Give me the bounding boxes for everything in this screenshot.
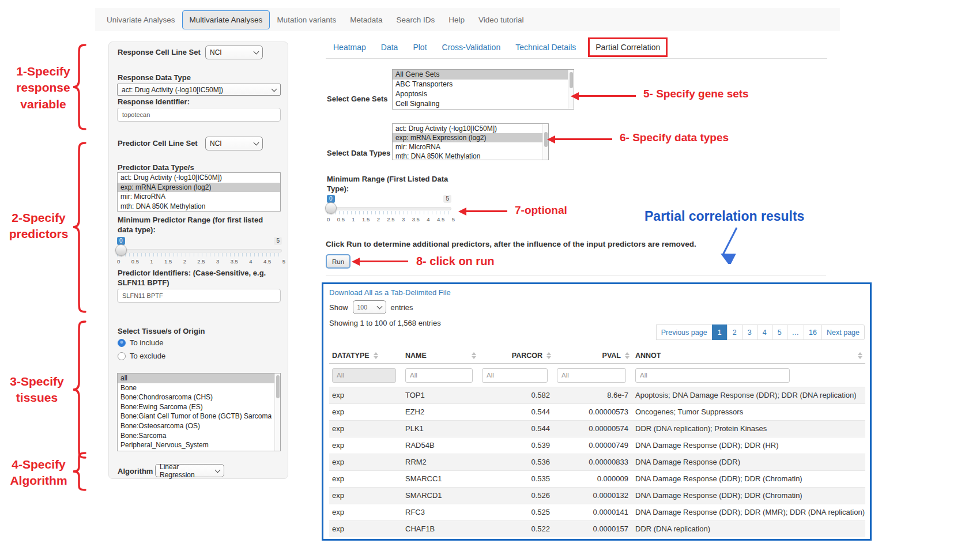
nav-tab[interactable]: Search IDs	[389, 11, 442, 29]
scrollbar[interactable]	[568, 70, 574, 109]
analysis-tab[interactable]: Heatmap	[326, 37, 374, 57]
scrollbar-thumb[interactable]	[276, 375, 280, 398]
page-button[interactable]: 1	[712, 324, 728, 340]
slider-handle[interactable]	[325, 202, 337, 214]
sort-icon	[858, 352, 862, 359]
cell-annot: DNA Damage Response (DDR); DDR (MMR); DD…	[632, 504, 865, 520]
data-types-label: Select Data Types	[327, 149, 390, 157]
slider-track[interactable]	[327, 207, 451, 210]
input-panel: Response Cell Line Set NCI Response Data…	[108, 41, 288, 479]
predictor-identifiers-input[interactable]: SLFN11 BPTF	[117, 289, 281, 303]
nav-tab[interactable]: Video tutorial	[472, 11, 531, 29]
listbox-option[interactable]: exp: mRNA Expression (log2)	[118, 183, 280, 193]
listbox-option[interactable]: Peripheral_Nervous_System	[118, 440, 280, 450]
cell-parcor: 0.539	[479, 437, 554, 454]
nav-tab[interactable]: Univariate Analyses	[100, 11, 182, 29]
listbox-option[interactable]: All Gene Sets	[393, 70, 574, 80]
column-header-datatype[interactable]: DATATYPE	[329, 352, 402, 360]
min-range-slider[interactable]: 0 5 00.511.522.533.544.55	[327, 195, 451, 222]
listbox-option[interactable]: mth: DNA 850K Methylation	[393, 152, 548, 160]
cell-datatype: exp	[329, 404, 402, 420]
response-data-type-select[interactable]: act: Drug Activity (-log10[IC50M])	[117, 84, 281, 96]
listbox-option[interactable]: Bone:Osteosarcoma (OS)	[118, 421, 280, 431]
page-button[interactable]: Previous page	[656, 324, 713, 340]
tick-label: 2	[377, 216, 380, 222]
slider-handle[interactable]	[115, 244, 127, 256]
analysis-tab[interactable]: Data	[374, 37, 406, 57]
page-button[interactable]: …	[787, 324, 805, 340]
slider-track[interactable]	[117, 249, 282, 252]
filter-name-input[interactable]	[405, 368, 473, 383]
slider-tick-labels: 00.511.522.533.544.55	[117, 258, 285, 265]
run-button[interactable]: Run	[326, 254, 350, 269]
page-button[interactable]: 3	[742, 324, 757, 340]
min-predictor-range-slider[interactable]: 0 5 00.511.522.533.544.55	[117, 237, 282, 265]
cell-annot: DDR (DNA replication)	[632, 521, 865, 537]
page-button[interactable]: 2	[727, 324, 742, 340]
listbox-option[interactable]: Bone	[118, 383, 280, 393]
response-cell-line-select[interactable]: NCI	[205, 46, 263, 59]
algorithm-label: Algorithm	[118, 467, 153, 475]
tick-label: 0	[117, 258, 120, 265]
table-row: exp SMARCD1 0.526 0.0000132 DNA Damage R…	[329, 487, 865, 504]
nav-tab[interactable]: Multivariate Analyses	[182, 10, 270, 29]
table-filter-row	[329, 367, 865, 384]
scrollbar-thumb[interactable]	[570, 72, 573, 88]
tick-label: 3.5	[231, 258, 238, 265]
listbox-option[interactable]: all	[118, 373, 280, 383]
cell-name: PLK1	[402, 421, 479, 437]
listbox-option[interactable]: Bone:Chondrosarcoma (CHS)	[118, 393, 280, 402]
page-button[interactable]: 5	[772, 324, 787, 340]
filter-parcor-input[interactable]	[482, 368, 548, 383]
analysis-tab[interactable]: Plot	[405, 37, 434, 57]
analysis-tab[interactable]: Partial Correlation	[588, 37, 668, 57]
table-row: exp TOP1 0.582 8.6e-7 Apoptosis; DNA Dam…	[329, 387, 865, 403]
scrollbar[interactable]	[274, 373, 280, 451]
chevron-down-icon	[254, 49, 259, 55]
filter-datatype-input[interactable]	[332, 368, 396, 383]
analysis-tab[interactable]: Cross-Validation	[435, 37, 508, 57]
cell-annot: DNA Damage Response (DDR); DDR (Chromati…	[632, 471, 865, 487]
predictor-data-types-label: Predictor Data Type/s	[118, 163, 194, 172]
page-button[interactable]: Next page	[821, 324, 865, 340]
column-header-pval[interactable]: PVAL	[554, 352, 632, 360]
download-link[interactable]: Download All as a Tab-Delimited File	[329, 288, 451, 297]
page-button[interactable]: 4	[757, 324, 772, 340]
listbox-option[interactable]: mir: MicroRNA	[118, 192, 280, 202]
column-header-annot[interactable]: ANNOT	[632, 352, 865, 360]
nav-tab[interactable]: Help	[442, 11, 472, 29]
listbox-option[interactable]: Bone:Ewing Sarcoma (ES)	[118, 402, 280, 412]
table-row: exp RFC3 0.525 0.0000141 DNA Damage Resp…	[329, 504, 865, 520]
listbox-option[interactable]: act: Drug Activity (-log10[IC50M])	[118, 173, 280, 183]
tissue-include-radio[interactable]: To include	[118, 338, 164, 347]
tick-label: 1	[352, 216, 355, 222]
algorithm-select[interactable]: Linear Regression	[155, 464, 224, 477]
listbox-option[interactable]: Apoptosis	[393, 89, 574, 99]
listbox-option[interactable]: Bone:Sarcoma	[118, 431, 280, 441]
listbox-option[interactable]: Bone:Giant Cell Tumor of Bone (GCTB) Sar…	[118, 412, 280, 421]
column-header-parcor[interactable]: PARCOR	[479, 352, 554, 360]
cell-parcor: 0.536	[479, 454, 554, 470]
slider-ticks	[327, 211, 451, 214]
listbox-option[interactable]: exp: mRNA Expression (log2)	[393, 133, 548, 142]
response-identifier-input[interactable]: topotecan	[117, 108, 281, 122]
cell-annot: DDR (DNA replication); Protein Kinases	[632, 421, 865, 437]
cell-datatype: exp	[329, 454, 402, 470]
listbox-option[interactable]: Cell Signaling	[393, 99, 574, 109]
column-header-name[interactable]: NAME	[402, 352, 479, 360]
analysis-tab[interactable]: Technical Details	[508, 37, 583, 57]
listbox-option[interactable]: mth: DNA 850K Methylation	[118, 202, 280, 212]
nav-tab[interactable]: Mutation variants	[270, 11, 343, 29]
filter-pval-input[interactable]	[557, 368, 626, 383]
tick-label: 0	[327, 216, 330, 222]
tissue-exclude-radio[interactable]: To exclude	[118, 352, 165, 360]
nav-tab[interactable]: Metadata	[343, 11, 389, 29]
show-entries-select[interactable]: 100	[353, 300, 386, 314]
listbox-option[interactable]: act: Drug Activity (-log10[IC50M])	[393, 124, 548, 133]
listbox-option[interactable]: mir: MicroRNA	[393, 142, 548, 152]
cell-pval: 0.0000132	[554, 488, 632, 504]
filter-annot-input[interactable]	[635, 368, 790, 383]
predictor-cell-line-select[interactable]: NCI	[205, 137, 263, 150]
listbox-option[interactable]: ABC Transporters	[393, 80, 574, 89]
page-button[interactable]: 16	[804, 324, 822, 340]
